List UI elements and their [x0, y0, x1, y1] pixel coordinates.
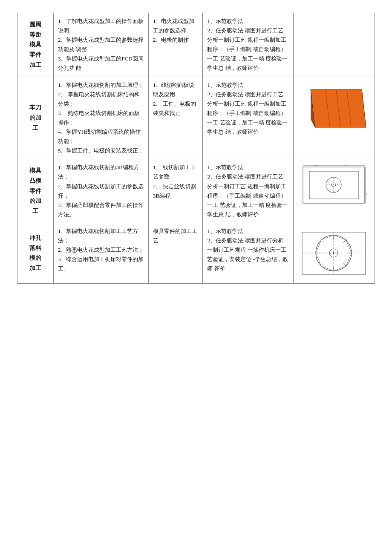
knowledge-cell-2: 1、掌握电火花线切割的加工原理； 2、 掌握电火花线切割机床结构和分类； 3、 … [53, 77, 148, 159]
svg-line-39 [321, 266, 334, 271]
svg-line-36 [321, 235, 334, 240]
svg-line-38 [316, 253, 321, 266]
topic-text-3: 模具凸模零件的加工 [29, 167, 41, 214]
svg-line-43 [334, 235, 346, 240]
technical-drawing-svg: 3.1 3 4.5 6.9 [301, 165, 367, 205]
svg-line-34 [321, 263, 324, 266]
knowledge-cell-4: 1、掌握电火花线切割加工工艺方法； 2、熟悉电火花成型加工工艺方法； 3、综合运… [53, 223, 148, 283]
svg-line-41 [346, 253, 352, 266]
svg-text:3: 3 [346, 165, 347, 167]
method-cell-3: 1、示范教学法 2、任务驱动法 读图并进行工艺 分析一制订工艺 规程一编制加工 … [203, 159, 293, 223]
parallelogram-image [302, 89, 366, 132]
parallelogram-svg [302, 89, 366, 132]
image-cell-2 [293, 77, 375, 159]
task-cell-1: 1、电火花成型加工的参数选择 2、电极的制作 [148, 13, 202, 77]
svg-line-33 [343, 240, 346, 243]
task-cell-3: 1、 线切割加工工艺参数 2、 快走丝线切割3B编程 [148, 159, 202, 223]
svg-rect-11 [309, 171, 358, 199]
svg-line-42 [346, 240, 352, 253]
topic-cell-2: 车刀的加工 [17, 77, 54, 159]
method-text-4: 1、示范教学法 2、任务驱动法 读图并进行分析 一制订工艺规程 一操作机床一工 … [207, 228, 288, 272]
svg-text:3.1: 3.1 [314, 165, 317, 167]
wheel-drawing-image [301, 231, 367, 276]
main-table: 圆周等距模具零件加工 1、了解电火花成型加工的操作面板说明 2、掌握电火花成型加… [17, 13, 375, 284]
topic-text-4: 冲孔落料模的加工 [29, 235, 41, 271]
knowledge-text-3: 1、掌握电火花线切割的3B编程方法； 2、掌握电火花线切割加工的参数选择； 3、… [58, 164, 144, 217]
svg-text:6.9: 6.9 [366, 192, 367, 196]
wheel-svg [301, 231, 367, 276]
method-cell-4: 1、示范教学法 2、任务驱动法 读图并进行分析 一制订工艺规程 一操作机床一工 … [203, 223, 293, 283]
knowledge-text-1: 1、了解电火花成型加工的操作面板说明 2、掌握电火花成型加工的参数选择功能及 调… [58, 18, 144, 71]
task-text-1: 1、电火花成型加工的参数选择 2、电极的制作 [153, 18, 195, 43]
method-cell-1: 1、示范教学法 2、任务驱动法 读图并进行工艺 分析一制订工艺 规程一编制加工 … [203, 13, 293, 77]
knowledge-text-4: 1、掌握电火花线切割加工工艺方法； 2、熟悉电火花成型加工工艺方法； 3、综合运… [58, 228, 144, 272]
topic-cell-4: 冲孔落料模的加工 [17, 223, 54, 283]
knowledge-cell-3: 1、掌握电火花线切割的3B编程方法； 2、掌握电火花线切割加工的参数选择； 3、… [53, 159, 148, 223]
table-row: 冲孔落料模的加工 1、掌握电火花线切割加工工艺方法； 2、熟悉电火花成型加工工艺… [17, 223, 375, 283]
image-cell-4 [293, 223, 375, 283]
task-cell-2: 1、线切割面板说明及应用 2、 工件、电极的装夹和找正 [148, 77, 202, 159]
topic-cell-1: 圆周等距模具零件加工 [17, 13, 54, 77]
table-row: 模具凸模零件的加工 1、掌握电火花线切割的3B编程方法； 2、掌握电火花线切割加… [17, 159, 375, 223]
svg-rect-10 [303, 167, 365, 203]
svg-line-37 [316, 240, 321, 253]
topic-text-2: 车刀的加工 [29, 104, 41, 131]
task-text-4: 模具零件的加工工艺 [153, 228, 197, 244]
task-text-3: 1、 线切割加工工艺参数 2、 快走丝线切割3B编程 [153, 164, 196, 198]
task-cell-4: 模具零件的加工工艺 [148, 223, 202, 283]
method-text-3: 1、示范教学法 2、任务驱动法 读图并进行工艺 分析一制订工艺 规程一编制加工 … [207, 164, 288, 217]
method-cell-2: 1、示范教学法 2、任务驱动法 读图并进行工艺 分析一制订工艺 规程一编制加工 … [203, 77, 293, 159]
image-cell-3: 3.1 3 4.5 6.9 [293, 159, 375, 223]
svg-line-40 [334, 266, 346, 271]
knowledge-text-2: 1、掌握电火花线切割的加工原理； 2、 掌握电火花线切割机床结构和分类； 3、 … [58, 82, 144, 154]
image-cell-1 [293, 13, 375, 77]
topic-cell-3: 模具凸模零件的加工 [17, 159, 54, 223]
svg-line-32 [321, 240, 324, 243]
technical-drawing-image: 3.1 3 4.5 6.9 [301, 165, 367, 205]
topic-text-1: 圆周等距模具零件加工 [29, 21, 41, 68]
task-text-2: 1、线切割面板说明及应用 2、 工件、电极的装夹和找正 [153, 82, 196, 116]
table-row: 圆周等距模具零件加工 1、了解电火花成型加工的操作面板说明 2、掌握电火花成型加… [17, 13, 375, 77]
method-text-1: 1、示范教学法 2、任务驱动法 读图并进行工艺 分析一制订工艺 规程一编制加工 … [207, 18, 288, 71]
table-row: 车刀的加工 1、掌握电火花线切割的加工原理； 2、 掌握电火花线切割机床结构和分… [17, 77, 375, 159]
svg-line-35 [343, 263, 346, 266]
svg-text:4.5: 4.5 [366, 175, 367, 178]
method-text-2: 1、示范教学法 2、任务驱动法 读图并进行工艺 分析一制订工艺 规程一编制加工 … [207, 82, 288, 135]
knowledge-cell-1: 1、了解电火花成型加工的操作面板说明 2、掌握电火花成型加工的参数选择功能及 调… [53, 13, 148, 77]
